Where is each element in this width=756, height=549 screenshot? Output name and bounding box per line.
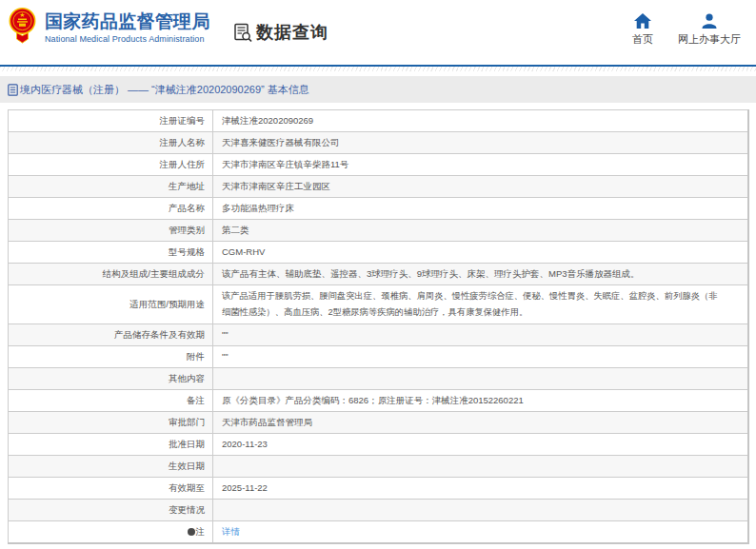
row-value: CGM-RHV	[213, 242, 749, 264]
row-label: 其他内容	[9, 368, 213, 390]
data-query-menu[interactable]: 数据查询	[233, 21, 328, 44]
svg-text:★: ★	[19, 11, 25, 18]
row-value: 该产品适用于腰肌劳损、腰间盘突出症、颈椎病、肩周炎、慢性疲劳综合症、便秘、慢性胃…	[213, 285, 749, 324]
row-value: ""	[213, 346, 749, 368]
site-subtitle: National Medical Products Administration	[45, 34, 210, 44]
row-label: 适用范围/预期用途	[9, 285, 213, 324]
table-row: 注册人住所天津市津南区辛庄镇辛柴路11号	[9, 154, 749, 176]
nav-home[interactable]: 首页	[632, 13, 653, 47]
row-label: 注册人住所	[9, 154, 213, 176]
national-emblem-icon: ★	[9, 7, 36, 45]
row-value: 津械注准20202090269	[213, 110, 749, 132]
row-label: 注册证编号	[9, 110, 213, 132]
row-label: 批准日期	[9, 434, 213, 456]
row-value: 天津喜来健医疗器械有限公司	[213, 132, 749, 154]
table-row: 有效期至2025-11-22	[9, 478, 749, 500]
breadcrumb: 境内医疗器械（注册） —— “津械注准20202090269” 基本信息	[20, 83, 309, 97]
table-row: 注册人名称天津喜来健医疗器械有限公司	[9, 132, 749, 154]
row-value: 详情	[213, 521, 749, 544]
row-label: 生效日期	[9, 456, 213, 478]
row-value	[213, 368, 749, 390]
data-query-label: 数据查询	[256, 21, 328, 44]
table-row: 生效日期	[9, 456, 749, 478]
nmpa-logo[interactable]: ★	[9, 7, 36, 49]
table-row: 注详情	[9, 521, 749, 544]
row-value	[213, 500, 749, 521]
table-row: 产品储存条件及有效期""	[9, 324, 749, 346]
nav-online-hall[interactable]: 网上办事大厅	[678, 13, 741, 47]
table-row: 管理类别第二类	[9, 220, 749, 242]
row-label: 型号规格	[9, 242, 213, 264]
table-row: 生产地址天津市津南区辛庄工业园区	[9, 176, 749, 198]
row-value: ""	[213, 324, 749, 346]
row-label: 注	[9, 521, 213, 544]
nav-home-label: 首页	[632, 32, 653, 47]
breadcrumb-bar: 境内医疗器械（注册） —— “津械注准20202090269” 基本信息	[0, 76, 756, 103]
row-label: 结构及组成/主要组成成分	[9, 264, 213, 285]
document-icon	[8, 84, 18, 96]
row-value: 原《分类目录》产品分类编码：6826；原注册证号：津械注准20152260221	[213, 390, 749, 412]
table-row: 适用范围/预期用途该产品适用于腰肌劳损、腰间盘突出症、颈椎病、肩周炎、慢性疲劳综…	[9, 285, 749, 324]
row-value: 多功能温热理疗床	[213, 198, 749, 220]
row-value	[213, 456, 749, 478]
table-row: 审批部门天津市药品监督管理局	[9, 412, 749, 434]
table-row: 结构及组成/主要组成成分该产品有主体、辅助底垫、遥控器、3球理疗头、9球理疗头、…	[9, 264, 749, 285]
table-row: 变更情况	[9, 500, 749, 521]
divider-stripes	[0, 67, 756, 71]
home-icon	[634, 13, 651, 29]
row-label: 管理类别	[9, 220, 213, 242]
row-value: 该产品有主体、辅助底垫、遥控器、3球理疗头、9球理疗头、床架、理疗头护套、MP3…	[213, 264, 749, 285]
nav-online-hall-label: 网上办事大厅	[678, 32, 741, 47]
table-row: 备注原《分类目录》产品分类编码：6826；原注册证号：津械注准201522602…	[9, 390, 749, 412]
row-value: 天津市药品监督管理局	[213, 412, 749, 434]
row-label: 生产地址	[9, 176, 213, 198]
row-value: 天津市津南区辛庄工业园区	[213, 176, 749, 198]
row-label: 注册人名称	[9, 132, 213, 154]
data-search-icon	[233, 23, 253, 43]
header-nav: 首页 网上办事大厅	[632, 13, 741, 47]
user-icon	[701, 13, 718, 29]
row-label: 有效期至	[9, 478, 213, 500]
detail-link[interactable]: 详情	[222, 526, 240, 537]
table-row: 注册证编号津械注准20202090269	[9, 110, 749, 132]
table-row: 型号规格CGM-RHV	[9, 242, 749, 264]
table-row: 产品名称多功能温热理疗床	[9, 198, 749, 220]
row-label: 备注	[9, 390, 213, 412]
table-row: 附件""	[9, 346, 749, 368]
row-label: 审批部门	[9, 412, 213, 434]
row-value: 2025-11-22	[213, 478, 749, 500]
row-label: 产品储存条件及有效期	[9, 324, 213, 346]
site-header: ★ 国家药品监督管理局 National Medical Products Ad…	[0, 0, 756, 67]
site-title-block: 国家药品监督管理局 National Medical Products Admi…	[45, 11, 210, 44]
registration-info-table: 注册证编号津械注准20202090269注册人名称天津喜来健医疗器械有限公司注册…	[8, 109, 749, 544]
row-value: 2020-11-23	[213, 434, 749, 456]
row-label: 变更情况	[9, 500, 213, 521]
row-value: 天津市津南区辛庄镇辛柴路11号	[213, 154, 749, 176]
row-label: 附件	[9, 346, 213, 368]
note-dot-icon	[188, 528, 195, 536]
table-row: 批准日期2020-11-23	[9, 434, 749, 456]
site-title: 国家药品监督管理局	[45, 11, 210, 31]
table-row: 其他内容	[9, 368, 749, 390]
row-label: 产品名称	[9, 198, 213, 220]
row-value: 第二类	[213, 220, 749, 242]
